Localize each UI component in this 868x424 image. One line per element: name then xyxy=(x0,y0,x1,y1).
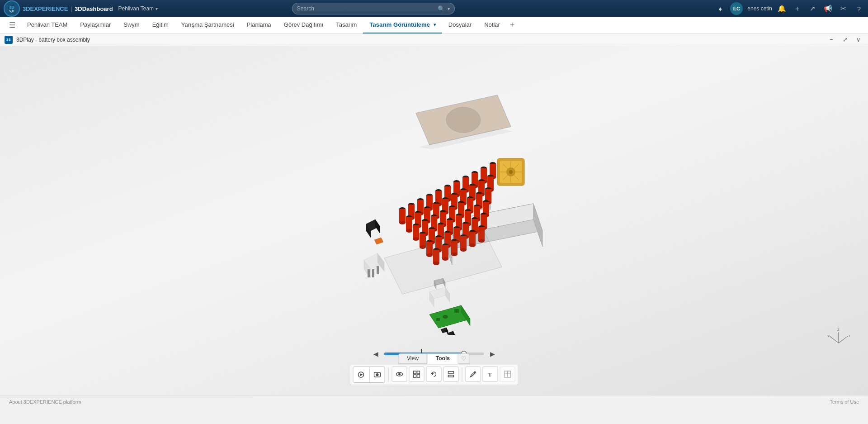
nav-item-yarisma[interactable]: Yarışma Şartnamesi xyxy=(175,17,241,33)
search-dropdown-icon[interactable]: ▾ xyxy=(448,6,450,11)
svg-rect-80 xyxy=(413,225,419,239)
svg-marker-196 xyxy=(360,373,363,376)
team-selector[interactable]: Pehlivan Team ▾ xyxy=(116,5,161,13)
panel-logo: 3S xyxy=(5,36,13,44)
nav-dropdown-icon: ▾ xyxy=(434,22,436,27)
navbar: ☰ Pehlivan TEAM Paylaşımlar Swym Eğitim … xyxy=(0,17,868,33)
minimize-button[interactable]: − xyxy=(826,35,836,45)
svg-marker-194 xyxy=(384,231,502,294)
rotate-view-button[interactable] xyxy=(426,367,442,382)
app-title-area: 3DEXPERIENCE | 3DDashboard xyxy=(23,5,113,12)
bottom-toolbar: View Tools ♡ xyxy=(350,353,519,385)
svg-rect-17 xyxy=(399,209,406,223)
svg-point-187 xyxy=(443,315,448,319)
notification-icon[interactable]: 🔔 xyxy=(777,3,788,14)
svg-text:X: X xyxy=(849,334,850,338)
panel-title: 3DPlay - battery box assembly xyxy=(16,37,90,43)
broadcast-icon[interactable]: 📢 xyxy=(823,3,834,14)
svg-point-10 xyxy=(509,170,513,174)
logo-area: 3D V,R 3DEXPERIENCE | 3DDashboard Pehliv… xyxy=(4,0,160,17)
diamond-icon[interactable]: ♦ xyxy=(715,3,726,14)
svg-point-198 xyxy=(376,373,378,376)
nav-item-paylaşımlar[interactable]: Paylaşımlar xyxy=(74,17,117,33)
svg-point-1 xyxy=(446,107,481,133)
footer: About 3DEXPERIENCE platform Terms of Use xyxy=(0,395,868,408)
svg-text:Y: Y xyxy=(827,334,830,338)
capture-button[interactable] xyxy=(369,367,385,382)
nav-item-egitim[interactable]: Eğitim xyxy=(146,17,175,33)
svg-rect-178 xyxy=(377,266,379,274)
svg-rect-206 xyxy=(448,372,454,373)
panel-controls: − ⤢ ∨ xyxy=(826,35,863,45)
svg-rect-203 xyxy=(414,375,416,377)
toolbar-separator-2 xyxy=(462,367,462,382)
svg-point-81 xyxy=(413,237,419,241)
share-icon[interactable]: ↗ xyxy=(807,3,818,14)
panel-chevron-icon[interactable]: ∨ xyxy=(854,35,863,45)
svg-marker-172 xyxy=(374,238,383,244)
tab-tools[interactable]: Tools xyxy=(427,353,458,364)
toolbar-tabs: View Tools ♡ xyxy=(350,353,519,364)
hamburger-menu-icon[interactable]: ☰ xyxy=(5,21,19,29)
logo-vr-text: V,R xyxy=(9,10,14,13)
team-name: Pehlivan Team xyxy=(118,5,154,12)
svg-point-18 xyxy=(399,221,406,224)
svg-text:Z: Z xyxy=(837,328,840,332)
scissors-icon[interactable]: ✂ xyxy=(838,3,849,14)
topbar: 3D V,R 3DEXPERIENCE | 3DDashboard Pehliv… xyxy=(0,0,868,17)
help-icon[interactable]: ? xyxy=(854,3,864,14)
toolbar-favorite-button[interactable]: ♡ xyxy=(458,353,470,364)
user-avatar[interactable]: EC xyxy=(730,2,743,15)
tab-view[interactable]: View xyxy=(398,353,427,364)
app-logo[interactable]: 3D V,R xyxy=(4,0,20,17)
play-sequence-button[interactable] xyxy=(354,367,369,382)
nav-item-swym[interactable]: Swym xyxy=(117,17,146,33)
search-bar: 🔍 ▾ xyxy=(292,3,455,14)
nav-add-tab-button[interactable]: + xyxy=(506,17,519,33)
3d-assembly xyxy=(276,81,592,335)
svg-point-51 xyxy=(406,229,412,233)
eye-view-button[interactable] xyxy=(392,367,407,382)
footer-about[interactable]: About 3DEXPERIENCE platform xyxy=(9,399,81,405)
panel-bar: 3S 3DPlay - battery box assembly − ⤢ ∨ xyxy=(0,33,868,46)
dashboard-text: 3DDashboard xyxy=(75,5,113,12)
layers-button[interactable] xyxy=(443,367,459,382)
svg-rect-177 xyxy=(372,269,374,277)
svg-text:T: T xyxy=(488,372,492,378)
viewport: ◀ ▶ View Tools ♡ xyxy=(0,46,868,395)
add-icon[interactable]: ＋ xyxy=(792,3,803,14)
nav-item-team[interactable]: Pehlivan TEAM xyxy=(21,17,74,33)
nav-item-dosyalar[interactable]: Dosyalar xyxy=(442,17,478,33)
nav-item-tasarim-goruntuleme[interactable]: Tasarım Görüntüleme ▾ xyxy=(363,17,442,33)
footer-terms[interactable]: Terms of Use xyxy=(830,399,859,405)
nav-item-tasarim[interactable]: Tasarım xyxy=(330,17,363,33)
nav-item-notlar[interactable]: Notlar xyxy=(478,17,506,33)
svg-rect-202 xyxy=(417,371,420,374)
team-chevron-icon: ▾ xyxy=(156,6,158,11)
search-input[interactable] xyxy=(297,5,435,12)
svg-rect-201 xyxy=(414,371,416,374)
pencil-button[interactable] xyxy=(466,367,481,382)
axes-indicator: X Y Z xyxy=(827,327,850,350)
svg-marker-170 xyxy=(375,219,380,233)
table-button[interactable] xyxy=(500,367,515,382)
search-icon[interactable]: 🔍 xyxy=(438,5,445,12)
svg-marker-193 xyxy=(453,331,455,335)
svg-point-200 xyxy=(398,373,401,376)
toolbar-separator xyxy=(388,367,389,382)
svg-line-213 xyxy=(839,336,848,343)
svg-rect-204 xyxy=(417,375,420,377)
maximize-button[interactable]: ⤢ xyxy=(840,35,850,45)
svg-marker-191 xyxy=(446,328,448,335)
nav-item-planlama[interactable]: Planlama xyxy=(241,17,278,33)
user-name: enes cetin xyxy=(747,5,772,12)
svg-line-214 xyxy=(830,336,839,343)
brand-text: 3DEXPERIENCE xyxy=(23,5,68,12)
text-button[interactable]: T xyxy=(483,367,498,382)
svg-line-208 xyxy=(474,372,475,373)
grid-view-button[interactable] xyxy=(409,367,425,382)
nav-item-gorev[interactable]: Görev Dağılımı xyxy=(278,17,330,33)
topbar-right: ♦ EC enes cetin 🔔 ＋ ↗ 📢 ✂ ? xyxy=(715,2,864,15)
svg-rect-207 xyxy=(448,375,454,377)
toolbar-icons-row: T xyxy=(350,365,519,385)
